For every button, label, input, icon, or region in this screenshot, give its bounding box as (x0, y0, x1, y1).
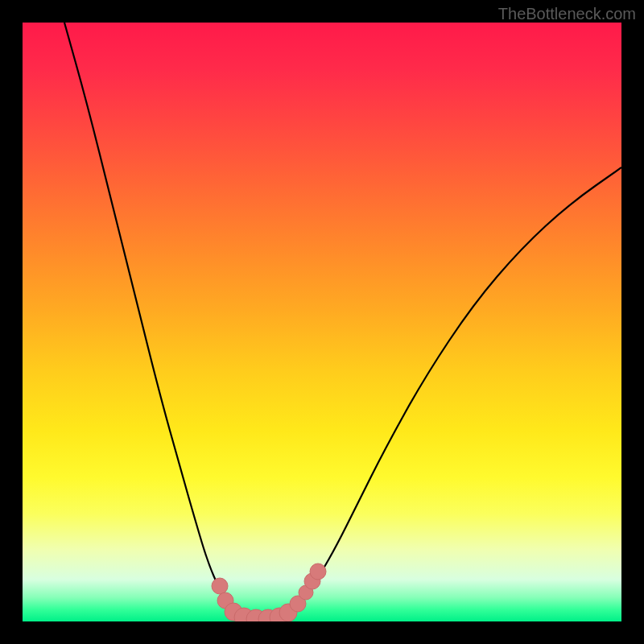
watermark-text: TheBottleneck.com (498, 5, 636, 23)
chart-svg (23, 23, 621, 621)
curve-marker (212, 578, 228, 594)
curve-markers (212, 564, 326, 621)
bottleneck-curve (64, 23, 621, 620)
chart-plot-area (23, 23, 621, 621)
curve-marker (310, 564, 326, 580)
